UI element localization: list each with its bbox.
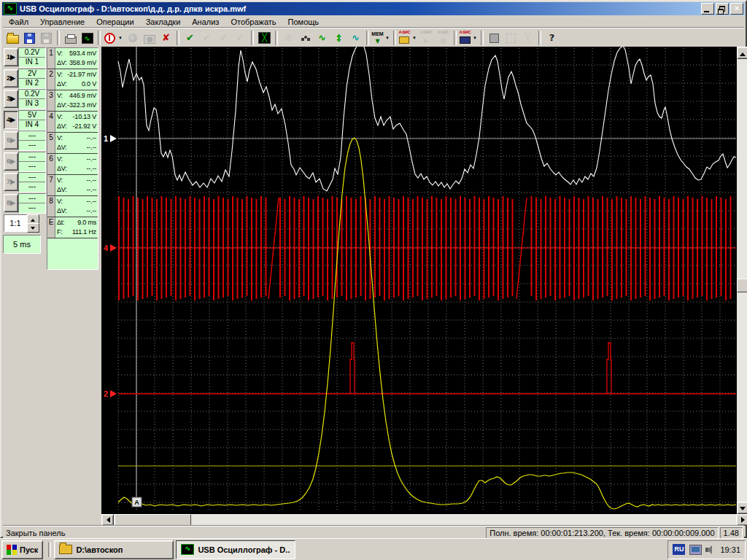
channel-5-fields[interactable]: ------ (18, 131, 46, 151)
status-bar: Закрыть панель Полн. время: 00:00:01:213… (3, 526, 744, 539)
scroll-up-button[interactable] (737, 47, 747, 59)
wave-markers-button[interactable]: ∿ (314, 30, 330, 46)
sq1-icon (488, 32, 500, 44)
toolbar-separator (275, 31, 278, 45)
channel-7-fields[interactable]: ------ (18, 172, 46, 192)
task-button[interactable]: D:\автоскоп (54, 540, 174, 559)
horizontal-scroll-thumb[interactable] (115, 514, 191, 526)
channel-4-fields[interactable]: 5VIN 4 (18, 110, 46, 131)
measure-value: --.-- (87, 133, 97, 143)
channel-2-fields[interactable]: 2VIN 2 (18, 69, 46, 89)
export-button[interactable] (38, 30, 55, 46)
measure-line: V:-10.13 V (57, 112, 96, 122)
wave-cursors-button[interactable]: ‡ (330, 30, 347, 46)
channel-4-button[interactable]: 4▶ (4, 111, 18, 129)
channel-1-button[interactable]: 1▶ (4, 48, 18, 66)
scroll-left-button[interactable] (101, 514, 114, 526)
apply-next-button[interactable]: ✔ (232, 30, 249, 46)
channel-8-button[interactable]: 8▶ (4, 194, 18, 212)
abc-panel-button[interactable]: A:B#C▼ (459, 30, 479, 46)
channel-3-button[interactable]: 3▶ (4, 90, 18, 108)
menu-item[interactable]: Анализ (186, 17, 225, 27)
dropdown-arrow[interactable]: ▼ (411, 36, 418, 40)
apply-back-button[interactable]: ✔ (198, 30, 215, 46)
menu-item[interactable]: Закладки (140, 17, 187, 27)
network-icon[interactable] (689, 545, 702, 555)
scroll-right-button[interactable] (736, 514, 747, 526)
channel-range: --- (19, 173, 45, 182)
task-button[interactable]: ∿USB Осциллограф - D... (176, 540, 295, 559)
measure-label: V: (57, 176, 63, 185)
channel-1-fields[interactable]: 0.2VIN 1 (18, 47, 46, 68)
menu-item[interactable]: Отображать (225, 17, 282, 27)
icon-glyph: ✔ (234, 32, 247, 44)
start-button[interactable]: Пуск (1, 540, 43, 559)
channel-row: 3▶0.2VIN 3 (3, 88, 45, 109)
display-settings-button[interactable]: ╳ (256, 30, 273, 46)
scope-display[interactable]: 142A (101, 47, 737, 514)
close-button[interactable]: × (730, 3, 743, 15)
menu-item[interactable]: Помощь (282, 17, 325, 27)
pane-full-button[interactable] (486, 30, 503, 46)
snapshot-button[interactable] (141, 30, 158, 46)
save-waveform-button[interactable]: ∿ (79, 30, 96, 46)
abc-stop-button[interactable]: A:B#C■ (435, 30, 452, 46)
measure-lines: V:--.--ΔV:--.-- (55, 133, 98, 153)
measure-line: V:--.-- (57, 176, 96, 185)
svg-text:1: 1 (104, 134, 108, 143)
menu-item[interactable]: Операции (90, 17, 139, 27)
search-button[interactable] (297, 30, 314, 46)
vertical-scrollbar[interactable] (737, 47, 747, 514)
help-button[interactable]: ? (543, 30, 560, 46)
vertical-scroll-thumb[interactable] (737, 279, 747, 292)
icon-glyph: ✘ (160, 32, 172, 44)
channel-6-button[interactable]: 6▶ (4, 152, 18, 171)
apply-button[interactable]: ✔ (182, 30, 198, 46)
abc-open-button[interactable]: A:B#C▼ (398, 30, 418, 46)
abc-play-button[interactable]: A:B#C▶ (418, 30, 435, 46)
memory-button[interactable]: MEM▼▼ (371, 30, 391, 46)
scroll-down-button[interactable] (737, 502, 747, 514)
title-bar[interactable]: ∿ USB Осциллограф - D:\автоскоп\д.д. д.р… (2, 2, 745, 15)
icon-glyph: ╳ (522, 32, 534, 44)
pane-close-button[interactable]: ╳ (519, 30, 536, 46)
measure-row-number: 2 (47, 69, 55, 90)
measure-row-number: 5 (47, 133, 55, 153)
pane-split-button[interactable] (503, 30, 519, 46)
speaker-icon[interactable] (705, 545, 716, 554)
save-button[interactable] (21, 30, 38, 46)
channel-5-button[interactable]: 5▶ (4, 131, 18, 149)
measure-row-number: 8 (47, 196, 55, 217)
wave-scale-button[interactable]: ∿ (347, 30, 364, 46)
abcplay-icon: A:B#C▶ (420, 32, 433, 44)
minimize-button[interactable] (701, 3, 714, 15)
channel-6-fields[interactable]: ------ (18, 152, 46, 172)
web-button[interactable]: ⊕ (280, 30, 297, 46)
scope-icon: ∿ (181, 544, 194, 555)
menu-item[interactable]: Управление (34, 17, 90, 27)
channel-row: 8▶------ (3, 192, 45, 213)
open-file-button[interactable] (4, 30, 21, 46)
folder-icon (59, 545, 72, 554)
channel-2-button[interactable]: 2▶ (4, 69, 18, 88)
ratio-down-button[interactable] (27, 223, 39, 233)
clear-button[interactable]: ✘ (158, 30, 174, 46)
measure-row-8: 8V:--.--ΔV:--.-- (47, 196, 98, 217)
channel-8-fields[interactable]: ------ (18, 193, 46, 214)
menu-item[interactable]: Файл (3, 17, 34, 27)
dropdown-arrow[interactable]: ▼ (471, 36, 479, 40)
start-stop-button[interactable]: ▼ (103, 30, 124, 46)
apply-all-button[interactable]: ✔ (215, 30, 232, 46)
record-button[interactable] (124, 30, 141, 46)
print-button[interactable] (62, 30, 79, 46)
channel-7-button[interactable]: 7▶ (4, 173, 18, 191)
horizontal-scrollbar[interactable] (101, 514, 747, 526)
language-indicator[interactable]: RU (673, 544, 685, 555)
channel-input-name: --- (19, 203, 45, 212)
measure-row-7: 7V:--.--ΔV:--.-- (47, 175, 98, 196)
dropdown-arrow[interactable]: ▼ (117, 36, 124, 40)
channel-3-fields[interactable]: 0.2VIN 3 (18, 89, 46, 109)
scope-canvas[interactable]: 142A (101, 47, 737, 514)
check-icon: ✔ (184, 32, 196, 44)
restore-button[interactable] (716, 3, 729, 15)
